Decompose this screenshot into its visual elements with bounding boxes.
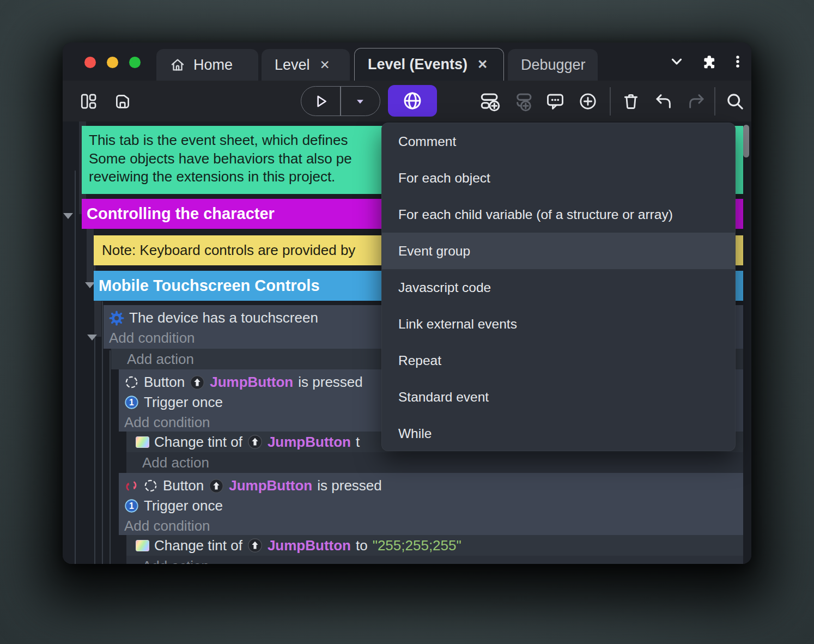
save-icon <box>113 92 132 111</box>
add-condition-label: Add condition <box>109 330 195 347</box>
tab-debugger[interactable]: Debugger <box>508 49 598 81</box>
preview-options-dropdown[interactable] <box>341 87 380 116</box>
menu-item-event-group[interactable]: Event group <box>382 233 735 269</box>
search-button[interactable] <box>721 87 749 116</box>
tab-level-label: Level <box>275 57 310 74</box>
search-icon <box>725 92 745 111</box>
tab-level-events-label: Level (Events) <box>368 56 467 73</box>
add-circle-button[interactable] <box>574 87 602 116</box>
trash-icon <box>622 92 640 111</box>
add-action-link[interactable]: Add action <box>126 452 743 473</box>
condition-text: The device has a touchscreen <box>129 309 318 326</box>
menu-item-label: Event group <box>398 244 470 259</box>
action-row-change-tint-2[interactable]: Change tint of JumpButton to "255;255;25… <box>126 535 743 556</box>
menu-item-label: For each child variable (of a structure … <box>398 207 673 222</box>
add-subevent-icon <box>513 91 534 112</box>
main-menu-button[interactable] <box>724 48 751 75</box>
add-event-icon <box>479 91 500 112</box>
menu-item-label: Standard event <box>398 390 489 405</box>
redo-icon <box>687 92 706 111</box>
toolbar-divider <box>610 87 611 116</box>
toolbar-divider <box>714 87 715 116</box>
menu-item-link-external-events[interactable]: Link external events <box>382 306 735 342</box>
delete-button[interactable] <box>617 87 645 116</box>
close-window-button[interactable] <box>84 57 96 68</box>
menu-item-label: Repeat <box>398 353 441 368</box>
undo-button[interactable] <box>650 87 677 116</box>
menu-item-repeat[interactable]: Repeat <box>382 342 735 379</box>
menu-item-for-each-object[interactable]: For each object <box>382 160 735 196</box>
add-action-link[interactable]: Add action <box>126 556 743 564</box>
add-condition-label: Add condition <box>124 518 210 534</box>
tab-home[interactable]: Home <box>156 49 258 81</box>
note-text: Note: Keyboard controls are provided by <box>102 242 355 259</box>
trigger-once-icon: 1 <box>124 395 139 410</box>
event-block-jumpbutton-2[interactable]: Button JumpButton is pressed 1 Trigger o… <box>119 473 743 535</box>
svg-text:1: 1 <box>129 398 134 407</box>
jump-arrow-icon <box>209 478 224 494</box>
gear-icon <box>109 311 124 326</box>
object-name: JumpButton <box>229 477 312 494</box>
traffic-lights <box>84 57 141 68</box>
save-button[interactable] <box>110 87 136 116</box>
toggle-panels-button[interactable] <box>76 87 102 116</box>
group-title: Mobile Touchscreen Controls <box>99 277 320 295</box>
menu-item-standard-event[interactable]: Standard event <box>382 379 735 415</box>
button-object-icon <box>124 375 139 390</box>
menu-item-label: Link external events <box>398 317 517 332</box>
menu-item-for-each-child-variable[interactable]: For each child variable (of a structure … <box>382 196 735 233</box>
indent-guide <box>75 171 76 564</box>
action-text: Change tint of <box>154 537 242 554</box>
add-action-label: Add action <box>142 454 209 471</box>
jump-arrow-icon <box>190 375 205 390</box>
condition-text: is pressed <box>317 477 382 494</box>
puzzle-icon <box>701 54 716 69</box>
add-condition-label: Add condition <box>124 414 210 431</box>
object-name: JumpButton <box>210 374 293 391</box>
action-text: to <box>356 537 368 554</box>
menu-item-while[interactable]: While <box>382 415 735 451</box>
zoom-window-button[interactable] <box>129 57 141 68</box>
collapse-arrow-icon[interactable] <box>63 213 73 219</box>
object-name: JumpButton <box>268 537 351 554</box>
jump-arrow-icon <box>247 538 263 553</box>
condition-row[interactable]: 1 Trigger once <box>124 496 738 516</box>
minimize-window-button[interactable] <box>107 57 118 68</box>
tab-level[interactable]: Level ✕ <box>262 49 350 81</box>
menu-item-label: While <box>398 426 432 441</box>
jump-arrow-icon <box>247 434 263 449</box>
condition-text: is pressed <box>298 374 363 391</box>
addons-button[interactable] <box>692 48 724 75</box>
kebab-menu-icon <box>731 54 745 69</box>
add-action-label: Add action <box>127 351 194 368</box>
close-tab-icon[interactable]: ✕ <box>475 57 490 72</box>
plugin-name: Button <box>163 477 204 494</box>
preview-play-button[interactable] <box>301 87 340 116</box>
indent-guide <box>110 350 111 564</box>
tab-list-dropdown-button[interactable] <box>661 48 692 75</box>
vertical-scrollbar-thumb[interactable] <box>743 125 749 157</box>
layout-panels-icon <box>80 92 98 111</box>
tab-home-label: Home <box>193 57 233 74</box>
add-comment-button[interactable] <box>541 87 569 116</box>
preview-in-browser-button[interactable] <box>388 85 437 117</box>
menu-item-comment[interactable]: Comment <box>382 123 735 160</box>
comment-bubble-icon <box>545 92 565 111</box>
chevron-down-icon <box>669 54 684 69</box>
add-event-button[interactable] <box>476 87 504 116</box>
collapse-arrow-icon[interactable] <box>87 335 97 341</box>
close-tab-icon[interactable]: ✕ <box>318 58 332 72</box>
preview-button-group <box>301 86 380 116</box>
menu-item-javascript-code[interactable]: Javascript code <box>382 269 735 306</box>
tab-level-events[interactable]: Level (Events) ✕ <box>354 48 504 81</box>
condition-row[interactable]: Button JumpButton is pressed <box>124 476 738 496</box>
add-condition-link[interactable]: Add condition <box>124 516 738 536</box>
home-icon <box>169 57 186 73</box>
menu-item-label: For each object <box>398 171 490 186</box>
redo-button[interactable] <box>683 87 710 116</box>
toolbar <box>63 81 751 121</box>
plugin-name: Button <box>144 374 185 391</box>
add-action-label: Add action <box>142 558 209 564</box>
svg-text:1: 1 <box>129 501 134 511</box>
add-subevent-button[interactable] <box>509 87 538 116</box>
